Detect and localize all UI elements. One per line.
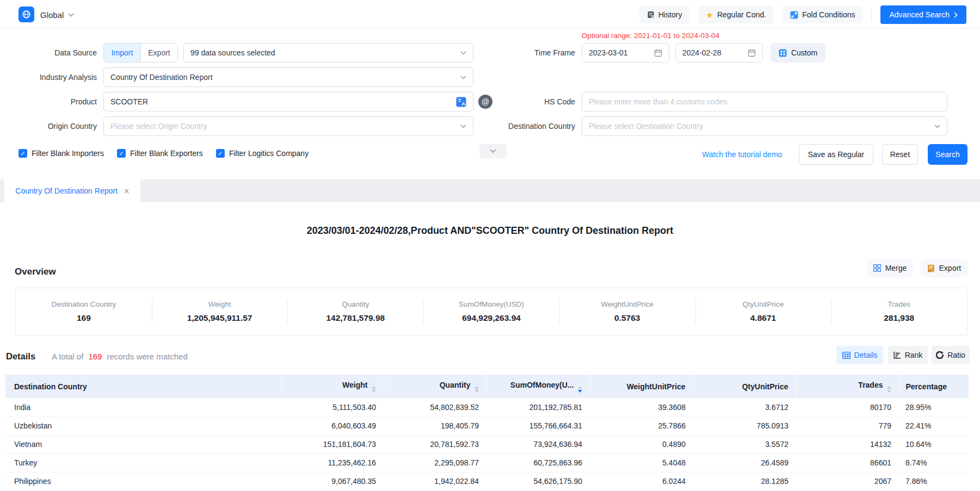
data-source-select[interactable]: 99 data sources selected <box>183 43 473 63</box>
table-icon <box>842 352 850 359</box>
export-label: Export <box>939 264 961 272</box>
regular-cond-label: Regular Cond. <box>717 10 766 19</box>
chevron-right-icon <box>954 12 958 18</box>
search-button[interactable]: Search <box>928 144 967 165</box>
stat-value: 0.5763 <box>614 313 640 323</box>
filter-checkbox-1[interactable]: ✓Filter Blank Exporters <box>117 149 203 158</box>
column-header-2[interactable]: Quantity <box>384 375 486 398</box>
close-icon[interactable]: × <box>124 187 130 196</box>
row-cell: 2067 <box>796 472 899 490</box>
overview-stat-6: Trades281,938 <box>831 288 967 335</box>
overview-stats-card: Destination Country169Weight1,205,945,91… <box>15 288 967 335</box>
history-label: History <box>658 10 682 19</box>
origin-country-placeholder: Please select Origin Country <box>110 122 460 130</box>
hs-code-input[interactable] <box>582 92 947 111</box>
advanced-search-button[interactable]: Advanced Search <box>880 5 966 24</box>
row-cell: 2,295,098.77 <box>384 453 486 472</box>
stat-value: 694,929,263.94 <box>462 313 521 323</box>
custom-range-button[interactable]: Custom <box>771 43 825 63</box>
industry-analysis-label: Industry Analysis <box>0 67 97 87</box>
table-row-1[interactable]: Uzbekistan6,040,603.49198,405.79155,766,… <box>5 417 969 435</box>
chevron-down-icon <box>460 125 466 128</box>
row-cell: 6.0244 <box>590 472 693 490</box>
row-country: Turkey <box>5 453 281 472</box>
row-cell: 201,192,785.81 <box>486 398 590 417</box>
product-input[interactable] <box>103 92 473 111</box>
date-start-value: 2023-03-01 <box>589 48 654 57</box>
report-title: 2023/03/01-2024/02/28,Product AND"SCOOTE… <box>0 225 980 237</box>
destination-country-select[interactable]: Please select Destination Country <box>582 116 947 136</box>
tutorial-link[interactable]: Watch the tutorial demo <box>702 144 782 165</box>
row-cell: 3.6712 <box>693 398 796 417</box>
expand-conditions-button[interactable] <box>479 144 507 158</box>
chevron-down-icon <box>934 125 940 128</box>
filter-checkbox-2[interactable]: ✓Filter Logitics Company <box>216 149 309 158</box>
custom-range-icon <box>779 49 787 57</box>
region-selector[interactable]: Global <box>40 7 74 22</box>
destination-country-placeholder: Please select Destination Country <box>589 122 934 130</box>
view-details-button[interactable]: Details <box>836 346 883 364</box>
checkbox-checked-icon[interactable]: ✓ <box>216 149 225 158</box>
table-row-4[interactable]: Philippines9,067,480.351,942,022.8454,62… <box>5 472 969 490</box>
chevron-down-icon <box>460 51 466 55</box>
column-header-5: QtyUnitPrice <box>693 375 796 398</box>
merge-button[interactable]: Merge <box>867 259 913 277</box>
filter-checkbox-0[interactable]: ✓Filter Blank Importers <box>19 149 104 158</box>
row-cell: 20,781,592.73 <box>384 435 486 453</box>
date-end-input[interactable]: 2024-02-28 <box>675 43 763 63</box>
column-label: Trades <box>858 381 883 389</box>
overview-stat-1: Weight1,205,945,911.57 <box>152 288 288 335</box>
column-label: Quantity <box>440 381 471 389</box>
overview-stat-3: SumOfMoney(USD)694,929,263.94 <box>423 288 559 335</box>
bar-rank-icon <box>893 351 901 359</box>
table-row-0[interactable]: India5,111,503.4054,802,839.52201,192,78… <box>5 398 969 417</box>
sort-caret-icon[interactable] <box>474 386 479 393</box>
details-summary: A total of 169 records were matched <box>52 352 188 361</box>
sort-caret-icon[interactable] <box>578 386 582 393</box>
view-ratio-label: Ratio <box>947 351 965 359</box>
overview-stat-0: Destination Country169 <box>16 288 152 335</box>
save-as-regular-button[interactable]: Save as Regular <box>799 144 873 165</box>
reset-button[interactable]: Reset <box>882 144 918 165</box>
import-tab[interactable]: Import <box>104 43 141 62</box>
column-header-4: WeightUnitPrice <box>590 375 693 398</box>
report-content: 2023/03/01-2024/02/28,Product AND"SCOOTE… <box>0 202 980 491</box>
checkbox-label: Filter Blank Importers <box>32 149 104 158</box>
checkbox-checked-icon[interactable]: ✓ <box>117 149 126 158</box>
column-header-6[interactable]: Trades <box>796 375 899 398</box>
chevron-down-icon <box>68 13 74 17</box>
row-cell: 39.3608 <box>590 398 693 417</box>
brand-logo[interactable] <box>19 7 34 22</box>
row-cell: 60,725,863.96 <box>486 453 590 472</box>
history-button[interactable]: History <box>639 6 690 23</box>
checkbox-checked-icon[interactable]: ✓ <box>19 149 27 158</box>
star-icon: ★ <box>706 11 713 19</box>
date-start-input[interactable]: 2023-03-01 <box>582 43 669 63</box>
view-rank-label: Rank <box>905 351 923 359</box>
translate-icon[interactable]: A <box>456 97 466 107</box>
regular-cond-button[interactable]: ★ Regular Cond. <box>698 6 774 23</box>
export-button[interactable]: Export <box>921 259 967 277</box>
fold-arrows-icon <box>790 11 798 19</box>
industry-analysis-select[interactable]: Country Of Destination Report <box>103 67 473 87</box>
column-header-3[interactable]: SumOfMoney(U... <box>486 375 590 398</box>
table-row-3[interactable]: Turkey11,235,462.162,295,098.7760,725,86… <box>5 453 969 472</box>
data-source-value: 99 data sources selected <box>190 48 460 57</box>
view-rank-button[interactable]: Rank <box>888 346 928 364</box>
row-cell: 28.95% <box>899 398 969 417</box>
export-tab[interactable]: Export <box>141 43 177 62</box>
sort-caret-icon[interactable] <box>372 386 376 393</box>
view-ratio-button[interactable]: Ratio <box>932 346 970 364</box>
search-filters-panel: Optional range: 2021-01-01 to 2024-03-04… <box>0 29 980 179</box>
column-header-1[interactable]: Weight <box>281 375 384 398</box>
table-row-2[interactable]: Vietnam151,181,604.7320,781,592.7373,924… <box>5 435 969 453</box>
row-cell: 0.4890 <box>590 435 693 453</box>
column-label: WeightUnitPrice <box>627 382 686 391</box>
destination-country-label: Destination Country <box>479 116 575 136</box>
stat-label: Destination Country <box>52 300 116 308</box>
tab-country-of-destination-report[interactable]: Country Of Destination Report × <box>4 179 140 202</box>
sort-caret-icon[interactable] <box>887 386 891 393</box>
origin-country-select[interactable]: Please select Origin Country <box>103 116 473 136</box>
fold-conditions-button[interactable]: Fold Conditions <box>782 6 862 23</box>
stat-label: Trades <box>887 300 910 308</box>
